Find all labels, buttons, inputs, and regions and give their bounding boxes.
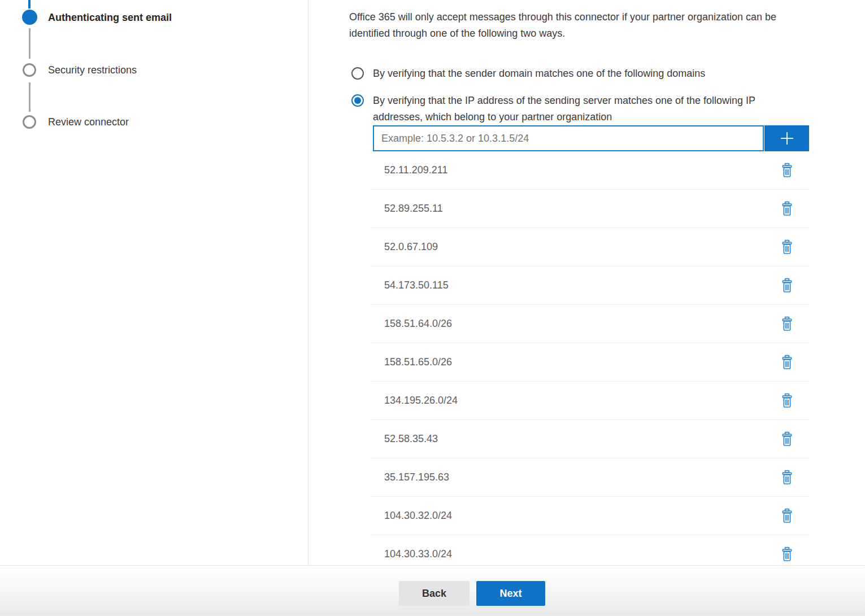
delete-ip-button[interactable] bbox=[777, 161, 797, 180]
ip-address-text: 52.89.255.11 bbox=[384, 203, 443, 215]
delete-ip-button[interactable] bbox=[777, 353, 797, 372]
previous-step-connector-line bbox=[28, 0, 31, 8]
trash-icon bbox=[781, 239, 793, 255]
delete-ip-button[interactable] bbox=[777, 199, 797, 219]
intro-text: Office 365 will only accept messages thr… bbox=[349, 9, 865, 42]
ip-row: 158.51.64.0/26 bbox=[371, 305, 809, 343]
step-security-restrictions: Security restrictions bbox=[48, 63, 137, 77]
radio-verify-domain-label[interactable]: By verifying that the sender domain matc… bbox=[373, 65, 705, 82]
trash-icon bbox=[781, 431, 793, 447]
back-button[interactable]: Back bbox=[399, 581, 470, 606]
ip-address-list: 52.11.209.211 52.89.255.11 bbox=[371, 151, 809, 574]
trash-icon bbox=[781, 508, 793, 523]
ip-row: 54.173.50.115 bbox=[371, 267, 809, 305]
ip-row: 52.89.255.11 bbox=[371, 190, 809, 228]
delete-ip-button[interactable] bbox=[777, 314, 797, 334]
step-indicator-current bbox=[22, 10, 37, 25]
ip-row: 35.157.195.63 bbox=[371, 458, 809, 497]
delete-ip-button[interactable] bbox=[777, 238, 797, 257]
radio-verify-ip[interactable] bbox=[351, 94, 364, 107]
delete-ip-button[interactable] bbox=[777, 391, 797, 410]
ip-row: 158.51.65.0/26 bbox=[371, 343, 809, 382]
trash-icon bbox=[781, 278, 793, 293]
ip-address-input[interactable] bbox=[374, 126, 763, 150]
ip-address-text: 158.51.64.0/26 bbox=[384, 318, 452, 330]
add-ip-button[interactable] bbox=[764, 125, 809, 151]
radio-verify-ip-label-line-1: By verifying that the IP address of the … bbox=[373, 93, 755, 109]
intro-line-1: Office 365 will only accept messages thr… bbox=[349, 9, 865, 25]
trash-icon bbox=[781, 470, 793, 485]
plus-icon bbox=[779, 130, 796, 147]
trash-icon bbox=[781, 355, 793, 370]
delete-ip-button[interactable] bbox=[777, 545, 797, 564]
panel-divider bbox=[308, 0, 308, 565]
ip-address-text: 134.195.26.0/24 bbox=[384, 395, 458, 407]
ip-row: 52.11.209.211 bbox=[371, 151, 809, 190]
delete-ip-button[interactable] bbox=[777, 468, 797, 487]
step-indicator-upcoming bbox=[23, 63, 36, 77]
ip-row: 134.195.26.0/24 bbox=[371, 382, 809, 420]
connector-wizard-page: Authenticating sent email Security restr… bbox=[0, 0, 865, 616]
trash-icon bbox=[781, 201, 793, 216]
ip-row: 52.0.67.109 bbox=[371, 228, 809, 267]
next-button[interactable]: Next bbox=[476, 581, 545, 606]
radio-verify-ip-label[interactable]: By verifying that the IP address of the … bbox=[373, 93, 755, 125]
delete-ip-button[interactable] bbox=[777, 276, 797, 295]
ip-address-text: 104.30.33.0/24 bbox=[384, 548, 452, 560]
ip-address-text: 158.51.65.0/26 bbox=[384, 356, 452, 368]
step-indicator-upcoming bbox=[23, 115, 36, 129]
delete-ip-button[interactable] bbox=[777, 430, 797, 449]
intro-line-2: identified through one of the following … bbox=[349, 25, 865, 42]
wizard-footer: Back Next bbox=[0, 565, 865, 616]
radio-verify-ip-label-line-2: addresses, which belong to your partner … bbox=[373, 109, 755, 125]
step-authenticating-sent-email: Authenticating sent email bbox=[48, 10, 172, 25]
ip-address-text: 104.30.32.0/24 bbox=[384, 510, 452, 522]
ip-input-container bbox=[373, 125, 764, 151]
trash-icon bbox=[781, 316, 793, 331]
ip-row: 52.58.35.43 bbox=[371, 420, 809, 458]
ip-row: 104.30.32.0/24 bbox=[371, 497, 809, 535]
trash-icon bbox=[781, 393, 793, 408]
delete-ip-button[interactable] bbox=[777, 506, 797, 526]
ip-address-text: 52.0.67.109 bbox=[384, 241, 438, 253]
radio-verify-domain[interactable] bbox=[351, 67, 364, 80]
trash-icon bbox=[781, 547, 793, 562]
step-review-connector: Review connector bbox=[48, 115, 129, 129]
ip-address-text: 52.58.35.43 bbox=[384, 433, 438, 445]
ip-address-text: 54.173.50.115 bbox=[384, 279, 449, 291]
ip-address-text: 35.157.195.63 bbox=[384, 471, 449, 483]
step-connector-line bbox=[29, 82, 31, 112]
trash-icon bbox=[781, 163, 793, 178]
ip-address-text: 52.11.209.211 bbox=[384, 164, 447, 176]
step-connector-line bbox=[29, 28, 31, 59]
